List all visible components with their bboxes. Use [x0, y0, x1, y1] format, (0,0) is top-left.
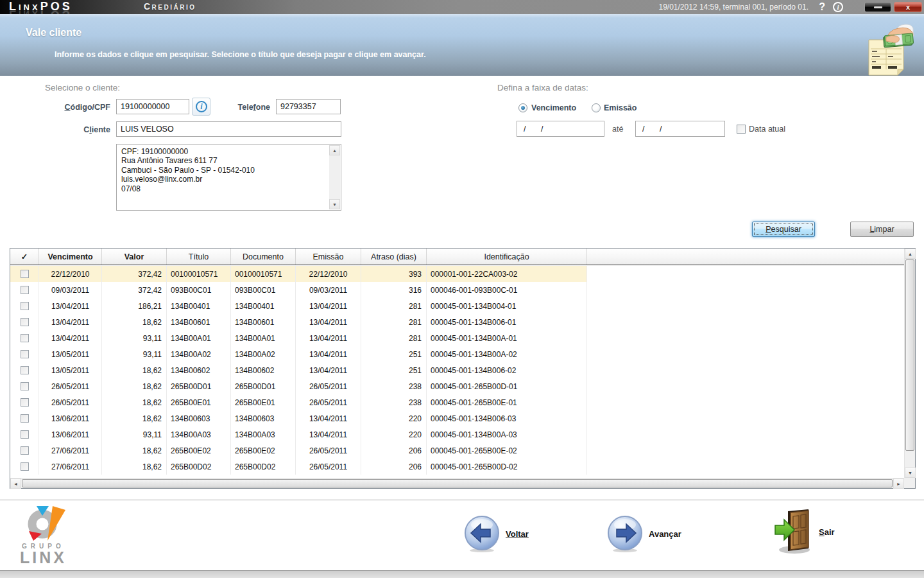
data-atual-checkbox[interactable]: [737, 125, 746, 134]
cell-documento: 134B00401: [231, 298, 296, 314]
column-header-titulo[interactable]: Título: [167, 249, 231, 265]
avancar-button[interactable]: Avançar: [606, 514, 681, 553]
data-atual-label[interactable]: Data atual: [749, 125, 785, 134]
radio-emissao[interactable]: [592, 103, 601, 112]
radio-vencimento[interactable]: [518, 103, 527, 112]
cell-valor: 186,21: [102, 298, 167, 314]
cell-documento: 134B00601: [231, 314, 296, 330]
cliente-input[interactable]: [116, 121, 341, 137]
column-header-vencimento[interactable]: Vencimento: [39, 249, 102, 265]
vale-cliente-screen: { "titlebar": { "brand": "LinxPOS", "mod…: [0, 0, 924, 578]
date-from-input[interactable]: [517, 121, 604, 137]
sair-button[interactable]: Sair: [774, 509, 835, 555]
table-row[interactable]: 13/04/2011 93,11 134B00A01 134B00A01 13/…: [10, 330, 904, 346]
row-checkbox[interactable]: [21, 382, 29, 390]
table-body: 22/12/2010 372,42 00100010571 0010001057…: [10, 266, 904, 478]
date-to-input[interactable]: [635, 121, 725, 137]
column-header-check[interactable]: ✓: [10, 249, 39, 265]
cell-emissao: 13/04/2011: [296, 426, 361, 442]
details-scroll-down-icon[interactable]: ▼: [329, 199, 340, 209]
logo-linx-text: LINX: [20, 548, 67, 567]
help-icon[interactable]: ?: [819, 0, 825, 14]
cell-titulo: 265B00E02: [167, 442, 231, 459]
cell-vencimento: 09/03/2011: [39, 282, 102, 298]
radio-emissao-label[interactable]: Emissão: [604, 103, 637, 112]
table-row[interactable]: 13/04/2011 18,62 134B00601 134B00601 13/…: [10, 314, 904, 330]
row-checkbox[interactable]: [21, 430, 29, 439]
minimize-button[interactable]: [864, 2, 891, 12]
column-header-emissao[interactable]: Emissão: [296, 249, 361, 265]
info-circle-icon: i: [196, 101, 207, 112]
voltar-button[interactable]: Voltar: [463, 514, 529, 553]
table-row[interactable]: 13/06/2011 93,11 134B00A03 134B00A03 13/…: [10, 426, 904, 442]
column-header-identificacao[interactable]: Identificação: [427, 249, 587, 265]
horizontal-scroll-thumb[interactable]: [22, 479, 893, 487]
table-row[interactable]: 13/05/2011 93,11 134B00A02 134B00A02 13/…: [10, 346, 904, 362]
client-details[interactable]: CPF: 19100000000 Rua Antônio Tavares 611…: [116, 144, 341, 211]
cell-identificacao: 000046-001-093B00C-01: [427, 282, 587, 298]
row-checkbox[interactable]: [21, 462, 29, 471]
pesquisar-button[interactable]: Pesquisar: [752, 222, 815, 237]
row-checkbox[interactable]: [21, 446, 29, 455]
cell-vencimento: 13/06/2011: [39, 410, 102, 426]
scroll-right-icon[interactable]: ►: [893, 478, 904, 489]
table-row[interactable]: 13/06/2011 18,62 134B00603 134B00603 13/…: [10, 410, 904, 426]
cell-valor: 18,62: [102, 442, 167, 459]
cell-titulo: 00100010571: [167, 266, 231, 282]
table-row[interactable]: 27/06/2011 18,62 265B00E02 265B00E02 26/…: [10, 442, 904, 459]
about-info-icon[interactable]: i: [833, 2, 843, 12]
row-checkbox[interactable]: [21, 334, 29, 342]
limpar-button[interactable]: Limpar: [850, 222, 914, 237]
radio-vencimento-label[interactable]: Vencimento: [531, 103, 576, 112]
row-checkbox[interactable]: [21, 398, 29, 407]
vertical-scroll-thumb[interactable]: [905, 259, 914, 451]
column-header-atraso[interactable]: Atraso (dias): [361, 249, 427, 265]
row-checkbox[interactable]: [21, 350, 29, 358]
cell-emissao: 13/04/2011: [296, 362, 361, 378]
cell-emissao: 26/05/2011: [296, 459, 361, 475]
row-checkbox[interactable]: [21, 318, 29, 326]
client-info-button[interactable]: i: [192, 98, 210, 116]
cliente-label-pre: C: [83, 125, 89, 134]
table-row[interactable]: 27/06/2011 18,62 265B00D02 265B00D02 26/…: [10, 459, 904, 475]
cell-documento: 093B00C01: [231, 282, 296, 298]
cell-atraso: 220: [361, 426, 427, 442]
table-row[interactable]: 26/05/2011 18,62 265B00D01 265B00D01 26/…: [10, 378, 904, 394]
close-button[interactable]: x: [894, 2, 922, 12]
details-scroll-up-icon[interactable]: ▲: [329, 145, 340, 155]
module-title: Crediário: [144, 1, 196, 12]
cell-identificacao: 000045-001-134B006-03: [427, 410, 587, 426]
row-checkbox[interactable]: [21, 414, 29, 423]
column-header-documento[interactable]: Documento: [231, 249, 296, 265]
cliente-label-rest: iente: [92, 125, 110, 134]
table-row[interactable]: 09/03/2011 372,42 093B00C01 093B00C01 09…: [10, 282, 904, 298]
sair-label: Sair: [819, 527, 835, 537]
table-row[interactable]: 22/12/2010 372,42 00100010571 0010001057…: [10, 266, 904, 282]
row-checkbox[interactable]: [21, 270, 29, 278]
row-checkbox[interactable]: [21, 366, 29, 374]
telefone-input[interactable]: [276, 99, 341, 114]
cell-vencimento: 26/05/2011: [39, 394, 102, 410]
codigo-accesskey: C: [64, 103, 70, 112]
scroll-up-icon[interactable]: ▲: [905, 249, 916, 259]
minimize-icon: [874, 6, 882, 8]
client-details-scrollbar[interactable]: ▲ ▼: [329, 145, 340, 209]
table-row[interactable]: 13/04/2011 186,21 134B00401 134B00401 13…: [10, 298, 904, 314]
table-row[interactable]: 13/05/2011 18,62 134B00602 134B00602 13/…: [10, 362, 904, 378]
scroll-down-icon[interactable]: ▼: [905, 468, 916, 478]
row-checkbox[interactable]: [21, 286, 29, 294]
codigo-cpf-input[interactable]: [116, 99, 189, 114]
cell-valor: 93,11: [102, 330, 167, 346]
scrollbar-corner: [904, 478, 915, 488]
row-checkbox[interactable]: [21, 302, 29, 310]
cell-identificacao: 000045-001-134B00A-03: [427, 426, 587, 442]
cell-emissao: 26/05/2011: [296, 394, 361, 410]
vertical-scrollbar[interactable]: ▲ ▼: [904, 249, 915, 478]
column-header-valor[interactable]: Valor: [102, 249, 167, 265]
telefone-label-pre: Tele: [238, 103, 253, 112]
cell-identificacao: 000045-001-134B00A-01: [427, 330, 587, 346]
scroll-left-icon[interactable]: ◄: [10, 478, 21, 489]
cell-filler: [587, 442, 904, 459]
table-row[interactable]: 26/05/2011 18,62 265B00E01 265B00E01 26/…: [10, 394, 904, 410]
horizontal-scrollbar[interactable]: ◄ ►: [10, 478, 904, 488]
